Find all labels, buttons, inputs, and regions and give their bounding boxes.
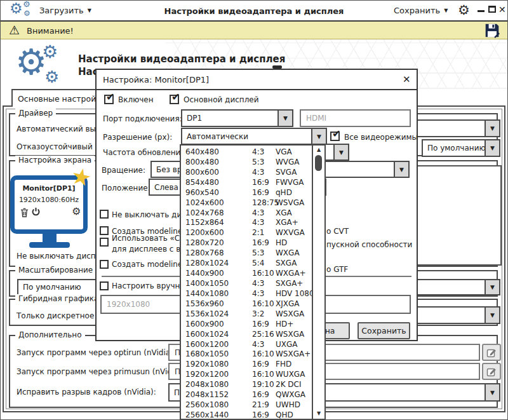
resolution-dropdown[interactable]: Автоматически ▼ <box>181 128 327 146</box>
resolution-list-rows: 640x4804:3VGA800x4805:3WVGA800x6004:3SVG… <box>181 147 312 419</box>
resolution-option[interactable]: 2560x144016:9QHD <box>181 410 312 420</box>
primusun-edit-button[interactable] <box>482 363 501 380</box>
resolution-option[interactable]: 1400x10504:3SXGA+ <box>181 278 312 288</box>
resolution-option[interactable]: 1024x600128:75WSVGA <box>181 198 312 208</box>
driver-failsafe-dropdown[interactable]: По умолчанию ▼ <box>422 139 500 157</box>
resolution-option[interactable]: 800x4805:3WVGA <box>181 157 312 167</box>
scroll-up-icon[interactable]: ▲ <box>313 146 324 154</box>
monitor-mode: 1920x1080:60Hz <box>15 196 83 204</box>
screen-note-label: Не выключать диспл <box>17 252 100 261</box>
cvt-modeline-checkbox[interactable] <box>100 226 109 235</box>
monitor-stand <box>43 234 57 242</box>
chevron-down-icon: ▼ <box>277 111 292 126</box>
minimize-button[interactable] <box>478 10 485 12</box>
scrollbar-thumb[interactable] <box>315 155 322 171</box>
chevron-down-icon: ▼ <box>485 280 499 294</box>
cvt-reduced-label-line1: Использовать «CV <box>112 234 185 243</box>
resolution-option[interactable]: 2048x108019:102K DCI <box>181 379 312 390</box>
cvt-modeline-label-tail: о CVT <box>326 227 349 236</box>
pencil-edit-icon <box>486 348 497 358</box>
resolution-option[interactable]: 1280x72016:9HD <box>181 238 312 248</box>
resolution-option[interactable]: 1600x102425:16WSXGA <box>181 329 312 339</box>
chevron-down-icon: ▼ <box>485 140 499 156</box>
driver-failsafe-label: Отказоустойчивый др <box>17 142 105 151</box>
resolution-option[interactable]: 1536x10243:2WSXGA <box>181 309 312 319</box>
resolution-option[interactable]: 1280x10245:4SXGA <box>181 258 312 268</box>
warning-triangle-icon: ⚠ <box>9 23 20 37</box>
close-button[interactable]: ✕ <box>498 4 506 15</box>
resolution-option[interactable]: 2048x115216:9QWXGA <box>181 390 312 400</box>
resolution-option[interactable]: 1280x7685:3WXGA <box>181 248 312 258</box>
resolution-option[interactable]: 1440x90016:10WXGA+ <box>181 268 312 278</box>
position-value: Слева <box>154 183 178 192</box>
manual-checkbox[interactable] <box>100 281 109 290</box>
chevron-down-icon: ▼ <box>311 129 326 144</box>
resolution-label: Разрешение (px): <box>103 133 172 142</box>
resolution-option[interactable]: 1536x96016:10XJXGA <box>181 299 312 309</box>
resolution-option[interactable]: 1024x7684:3XGA <box>181 208 312 218</box>
resolution-option[interactable]: 2560x108021:9UWHD <box>181 400 312 410</box>
scaling-value: По умолчанию <box>23 283 81 292</box>
power-icon[interactable] <box>31 207 41 219</box>
monitor-base <box>29 242 70 248</box>
dialog-title-separator <box>97 89 417 90</box>
primary-display-checkbox[interactable] <box>170 95 179 104</box>
resolution-option[interactable]: 1440x10804:3HDV 1080i <box>181 288 312 299</box>
chevron-down-icon: ▼ <box>485 384 499 400</box>
page-title: Настройки видеоадаптера и дисплея <box>78 53 285 65</box>
trash-icon[interactable] <box>20 208 29 220</box>
save-file-icon[interactable] <box>484 22 500 41</box>
gtf-modeline-label: Создать modeline <box>112 260 182 269</box>
chevron-down-icon: ▼ <box>333 145 348 159</box>
save-menu-label: Сохранить <box>394 6 440 15</box>
tab-label: Основные настройки <box>18 94 106 104</box>
warning-bar: ⚠ Внимание! <box>0 22 508 39</box>
tab-main-settings[interactable]: Основные настройки <box>11 89 107 107</box>
port-dropdown[interactable]: DP1 ▼ <box>181 109 293 127</box>
resolution-option[interactable]: 960x54016:9qHD <box>181 187 312 198</box>
dialog-close-icon[interactable]: ✕ <box>403 74 411 85</box>
gtf-modeline-checkbox[interactable] <box>100 260 109 269</box>
resolution-option[interactable]: 1920x120016:10WUXGA <box>181 369 312 379</box>
optirun-edit-button[interactable] <box>482 344 501 361</box>
group-screen-legend: Настройка экрана <box>15 156 95 165</box>
primary-display-label: Основной дисплей <box>184 95 259 104</box>
position-label: Положение: <box>102 184 150 193</box>
resolution-option[interactable]: 1600x90016:9HD+ <box>181 319 312 329</box>
maximize-button[interactable] <box>488 6 496 13</box>
monitor-settings-gear-icon[interactable]: ⚙ <box>72 205 81 217</box>
resolution-option[interactable]: 1600x12004:3UXGA <box>181 339 312 349</box>
primusun-label: Запуск программ через primusun (nVidia): <box>17 367 184 376</box>
resolution-value: Автоматически <box>187 132 248 141</box>
tearing-label: Исправить разрыв кадров (nVidia): <box>17 388 156 396</box>
manual-label: Настроить вручную <box>112 281 191 290</box>
port-value: DP1 <box>187 114 202 123</box>
settings-gear-icon[interactable]: ⚙ <box>458 3 470 18</box>
resolution-option[interactable]: 800x6004:3SVGA <box>181 167 312 177</box>
driver-failsafe-value: По умолчанию <box>427 144 486 152</box>
cvt-reduced-label-tail: пускной способности <box>326 240 412 249</box>
resolution-option[interactable]: 1200x6002:1WXVGA <box>181 227 312 238</box>
save-button[interactable]: Сохранить <box>358 322 410 339</box>
port-name-input[interactable] <box>300 109 411 127</box>
resolution-option[interactable]: 1680x105016:10WSXGA+ <box>181 349 312 359</box>
cvt-reduced-label-line2: для дисплеев с вы <box>112 245 187 254</box>
chevron-down-icon: ▼ <box>485 308 499 323</box>
cvt-reduced-checkbox[interactable] <box>100 238 109 247</box>
hybrid-row-label: Только дискретное в <box>17 311 101 320</box>
scroll-down-icon[interactable]: ▼ <box>313 409 324 417</box>
dialog-title: Настройка: Monitor[DP1] <box>103 75 209 85</box>
gtf-modeline-label-tail: о GTF <box>326 265 348 274</box>
keep-on-checkbox[interactable] <box>100 210 109 219</box>
all-modes-checkbox[interactable] <box>330 132 340 141</box>
resolution-option[interactable]: 1920x108016:9FHD <box>181 359 312 369</box>
enabled-checkbox[interactable] <box>104 95 114 104</box>
enabled-label: Включен <box>118 95 154 104</box>
save-menu-button[interactable]: Сохранить▼ <box>394 6 448 15</box>
resolution-option[interactable]: 854x48016:9FWVGA <box>181 177 312 187</box>
group-extra-legend: Дополнительно <box>15 330 85 339</box>
resolution-list-scrollbar[interactable]: ▲ ▼ <box>312 146 324 419</box>
all-modes-label: Все видеорежимы <box>344 133 418 142</box>
resolution-option[interactable]: 640x4804:3VGA <box>181 147 312 157</box>
resolution-option[interactable]: 1152x8644:3XGA+ <box>181 217 312 227</box>
